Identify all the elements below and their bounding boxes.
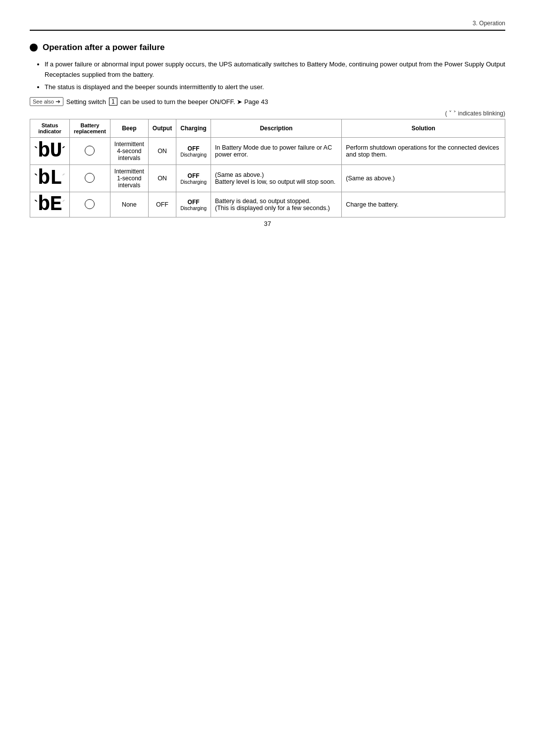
- description-1: In Battery Mode due to power failure or …: [211, 138, 341, 165]
- beep-1: Intermittent4-secondintervals: [110, 138, 148, 165]
- solution-2: (Same as above.): [342, 165, 505, 192]
- col-solution: Solution: [342, 119, 505, 138]
- status-display-bl: ` bL ´: [30, 165, 70, 192]
- beep-2: Intermittent1-secondintervals: [110, 165, 148, 192]
- charging-3: OFF Discharging: [176, 192, 211, 217]
- charging-2: OFF Discharging: [176, 165, 211, 192]
- col-description: Description: [211, 119, 341, 138]
- output-3: OFF: [148, 192, 176, 217]
- table-row: ` bU ´ Intermittent4-secondintervals ON …: [30, 138, 505, 165]
- solution-1: Perform shutdown operations for the conn…: [342, 138, 505, 165]
- page-header: 3. Operation: [30, 20, 505, 31]
- col-status: Statusindicator: [30, 119, 70, 138]
- col-battery: Batteryreplacement: [70, 119, 110, 138]
- battery-indicator-1: [70, 138, 110, 165]
- page-number: 37: [0, 220, 535, 227]
- battery-indicator-3: [70, 192, 110, 217]
- output-1: ON: [148, 138, 176, 165]
- bullet-item-1: If a power failure or abnormal input pow…: [45, 59, 505, 80]
- blink-note: ( ˅ ˃ indicates blinking): [30, 110, 505, 117]
- col-beep: Beep: [110, 119, 148, 138]
- beep-3: None: [110, 192, 148, 217]
- header-text: 3. Operation: [473, 20, 505, 27]
- description-3: Battery is dead, so output stopped.(This…: [211, 192, 341, 217]
- description-2: (Same as above.)Battery level is low, so…: [211, 165, 341, 192]
- charging-1: OFF Discharging: [176, 138, 211, 165]
- col-output: Output: [148, 119, 176, 138]
- see-also-suffix: can be used to turn the beeper ON/OFF. ➤…: [120, 98, 268, 106]
- status-display-bu: ` bU ´: [30, 138, 70, 165]
- num-badge: 1: [109, 98, 117, 106]
- output-2: ON: [148, 165, 176, 192]
- solution-3: Charge the battery.: [342, 192, 505, 217]
- table-row: ` bE ´ None OFF OFF Discharging Battery …: [30, 192, 505, 217]
- see-also-text: Setting switch: [66, 98, 106, 106]
- bullet-list: If a power failure or abnormal input pow…: [45, 59, 505, 92]
- section-title: Operation after a power failure: [30, 43, 505, 53]
- see-also-badge: See also ➜: [30, 97, 63, 106]
- table-row: ` bL ´ Intermittent1-secondintervals ON …: [30, 165, 505, 192]
- status-table: Statusindicator Batteryreplacement Beep …: [30, 119, 505, 217]
- section-bullet: [30, 44, 38, 52]
- battery-indicator-2: [70, 165, 110, 192]
- col-charging: Charging: [176, 119, 211, 138]
- section-title-text: Operation after a power failure: [43, 43, 165, 53]
- status-display-be: ` bE ´: [30, 192, 70, 217]
- bullet-item-2: The status is displayed and the beeper s…: [45, 82, 505, 93]
- see-also-line: See also ➜ Setting switch 1 can be used …: [30, 97, 505, 106]
